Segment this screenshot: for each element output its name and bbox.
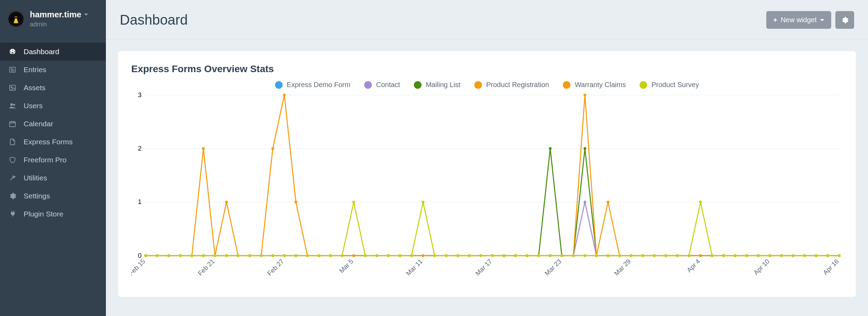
svg-point-358 <box>572 254 575 257</box>
svg-point-335 <box>306 254 309 257</box>
svg-point-329 <box>237 254 240 257</box>
svg-point-337 <box>329 254 332 257</box>
newspaper-icon <box>8 66 17 74</box>
settings-button[interactable] <box>835 11 854 29</box>
topbar: Dashboard + New widget <box>106 0 868 39</box>
plus-icon: + <box>773 17 777 24</box>
widget-title: Express Forms Overview Stats <box>131 63 843 75</box>
legend-item[interactable]: Warranty Claims <box>563 81 626 89</box>
svg-point-342 <box>387 254 390 257</box>
sidebar-item-label: Calendar <box>24 120 53 128</box>
sidebar-item-entries[interactable]: Entries <box>0 61 106 79</box>
svg-point-115 <box>584 201 586 204</box>
svg-point-344 <box>410 254 413 257</box>
svg-text:Apr 10: Apr 10 <box>752 258 771 276</box>
svg-text:Apr 4: Apr 4 <box>685 258 701 274</box>
svg-point-328 <box>225 254 228 257</box>
svg-point-366 <box>665 254 667 257</box>
legend-item[interactable]: Product Survey <box>640 81 699 89</box>
svg-point-176 <box>584 147 586 150</box>
sidebar-item-assets[interactable]: Assets <box>0 79 106 97</box>
sidebar-item-freeform-pro[interactable]: Freeform Pro <box>0 151 106 169</box>
main-content: Dashboard + New widget Express Forms Ove… <box>106 0 868 297</box>
legend-label: Contact <box>376 81 400 89</box>
svg-text:Mar 5: Mar 5 <box>338 258 355 275</box>
svg-point-333 <box>283 254 286 257</box>
svg-point-324 <box>179 254 182 257</box>
gear-icon <box>8 192 17 200</box>
sidebar-item-label: Plugin Store <box>24 210 63 218</box>
avatar[interactable] <box>8 11 24 27</box>
legend-swatch-icon <box>640 81 647 89</box>
svg-text:2: 2 <box>138 145 141 152</box>
page-title: Dashboard <box>120 12 188 28</box>
svg-point-354 <box>526 254 528 257</box>
svg-point-375 <box>768 254 771 257</box>
svg-point-364 <box>641 254 644 257</box>
sidebar-header: hammer.time admin <box>0 0 106 36</box>
svg-point-348 <box>456 254 459 257</box>
svg-point-377 <box>792 254 794 257</box>
svg-point-367 <box>676 254 679 257</box>
legend-item[interactable]: Contact <box>364 81 400 89</box>
svg-point-173 <box>549 147 552 150</box>
legend-swatch-icon <box>364 81 372 89</box>
svg-point-372 <box>734 254 737 257</box>
svg-point-206 <box>225 201 228 204</box>
legend-item[interactable]: Express Demo Form <box>275 81 350 89</box>
sidebar-item-dashboard[interactable]: Dashboard <box>0 43 106 61</box>
sidebar-item-plugin-store[interactable]: Plugin Store <box>0 205 106 223</box>
chevron-down-icon <box>84 14 88 16</box>
svg-point-6 <box>13 104 15 106</box>
svg-point-341 <box>375 254 378 257</box>
sidebar-item-label: Express Forms <box>24 138 73 146</box>
sidebar-item-utilities[interactable]: Utilities <box>0 169 106 187</box>
svg-point-351 <box>491 254 494 257</box>
svg-point-380 <box>826 254 829 257</box>
legend-label: Product Survey <box>651 81 699 89</box>
sidebar-item-express-forms[interactable]: Express Forms <box>0 133 106 151</box>
svg-point-357 <box>560 254 563 257</box>
svg-point-339 <box>352 201 355 204</box>
legend-swatch-icon <box>563 81 570 89</box>
svg-point-353 <box>514 254 517 257</box>
sidebar-item-users[interactable]: Users <box>0 97 106 115</box>
svg-point-349 <box>468 254 471 257</box>
legend-label: Warranty Claims <box>575 81 626 89</box>
new-widget-button[interactable]: + New widget <box>766 11 831 29</box>
svg-point-345 <box>422 201 425 204</box>
sidebar: hammer.time admin DashboardEntriesAssets… <box>0 0 106 316</box>
svg-point-360 <box>595 254 598 257</box>
chart-legend: Express Demo FormContactMailing ListProd… <box>131 81 843 89</box>
site-name: hammer.time <box>30 10 81 19</box>
legend-label: Express Demo Form <box>287 81 350 89</box>
svg-point-381 <box>838 254 841 257</box>
svg-point-340 <box>364 254 367 257</box>
svg-point-352 <box>503 254 506 257</box>
svg-text:1: 1 <box>138 198 141 205</box>
svg-point-371 <box>722 254 725 257</box>
svg-point-338 <box>341 254 343 257</box>
svg-point-363 <box>630 254 633 257</box>
svg-point-350 <box>479 254 482 257</box>
file-icon <box>8 138 17 146</box>
svg-text:Mar 17: Mar 17 <box>474 258 493 277</box>
svg-point-356 <box>549 254 552 257</box>
primary-nav: DashboardEntriesAssetsUsersCalendarExpre… <box>0 43 106 223</box>
sidebar-item-calendar[interactable]: Calendar <box>0 115 106 133</box>
svg-point-346 <box>433 254 436 257</box>
svg-point-331 <box>260 254 262 257</box>
sidebar-item-label: Assets <box>24 84 45 92</box>
shield-icon <box>8 156 17 164</box>
site-switcher[interactable]: hammer.time <box>30 10 88 19</box>
plug-icon <box>8 210 17 218</box>
svg-text:Mar 11: Mar 11 <box>404 258 424 277</box>
sidebar-item-label: Users <box>24 102 43 110</box>
legend-swatch-icon <box>414 81 422 89</box>
svg-point-4 <box>11 86 12 88</box>
legend-item[interactable]: Mailing List <box>414 81 460 89</box>
gauge-icon <box>8 48 17 55</box>
legend-item[interactable]: Product Registration <box>474 81 549 89</box>
svg-point-325 <box>191 254 193 257</box>
sidebar-item-settings[interactable]: Settings <box>0 187 106 205</box>
